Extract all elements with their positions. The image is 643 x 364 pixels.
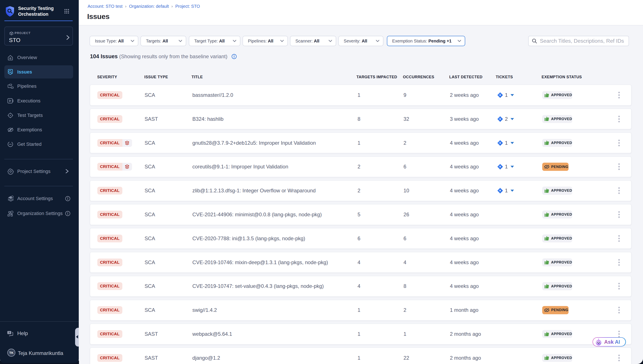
svg-text:?: ? — [9, 332, 10, 334]
